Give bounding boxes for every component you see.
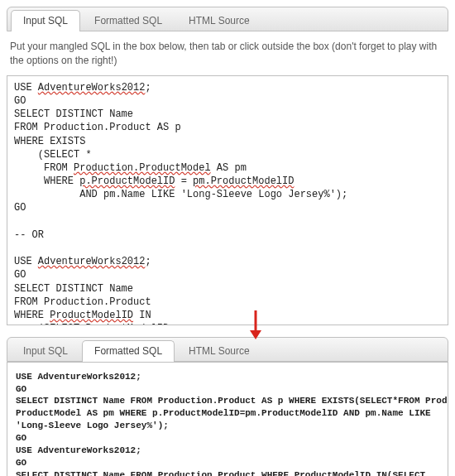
code-text: GO — [14, 269, 26, 281]
code-text: (SELECT * — [14, 149, 92, 161]
code-text: FROM — [14, 162, 74, 174]
code-text: (SELECT — [14, 323, 85, 325]
code-text: AdventureWorks2012 — [38, 256, 146, 267]
tabbar-bottom: Input SQL Formatted SQL HTML Source — [7, 337, 448, 362]
code-text: 'Long-Sleeve Logo Jersey%'); — [16, 421, 169, 430]
input-sql-panel: Input SQL Formatted SQL HTML Source Put … — [7, 7, 448, 325]
code-text: GO — [16, 433, 26, 443]
code-text: AdventureWorks2012 — [38, 82, 146, 94]
code-text: WHERE — [14, 175, 79, 187]
tab-html-source[interactable]: HTML Source — [176, 10, 262, 31]
code-text: USE AdventureWorks2012; — [16, 372, 141, 382]
tabbar-top: Input SQL Formatted SQL HTML Source — [7, 7, 448, 31]
code-text: AND pm.Name LIKE 'Long-Sleeve Logo Jerse… — [14, 189, 347, 200]
code-text: USE AdventureWorks2012; — [16, 445, 141, 455]
code-text: ; — [145, 82, 151, 94]
code-text: USE — [14, 256, 38, 267]
code-text: p.ProductModelID — [79, 175, 175, 187]
code-text: AS pm — [211, 162, 247, 174]
code-text: = — [175, 175, 193, 187]
code-text: WHERE EXISTS — [14, 136, 85, 147]
instructions-text: Put your mangled SQL in the box below, t… — [7, 31, 448, 75]
code-text: SELECT DISTINCT Name — [14, 108, 133, 120]
code-text: GO — [16, 384, 26, 394]
code-text: ProductModelID — [50, 310, 133, 321]
code-text: WHERE — [14, 310, 50, 321]
tab-input-sql[interactable]: Input SQL — [11, 340, 80, 362]
code-text: FROM Production.Product — [14, 296, 151, 308]
code-text: USE — [14, 82, 38, 94]
code-text: pm.ProductModelID — [193, 175, 294, 187]
tab-input-sql[interactable]: Input SQL — [11, 10, 80, 31]
code-text: GO — [14, 95, 26, 107]
formatted-sql-panel: Input SQL Formatted SQL HTML Source USE … — [7, 337, 448, 476]
formatted-sql-output[interactable]: USE AdventureWorks2012; GO SELECT DISTIN… — [7, 362, 448, 476]
tab-formatted-sql[interactable]: Formatted SQL — [82, 10, 175, 31]
code-text: ProductModel AS pm WHERE p.ProductModelI… — [16, 408, 431, 418]
code-text: -- OR — [14, 229, 44, 241]
code-text: FROM Production.Product AS p — [14, 122, 181, 133]
code-text: ; — [145, 256, 151, 267]
tab-formatted-sql[interactable]: Formatted SQL — [82, 340, 175, 362]
code-text: SELECT DISTINCT Name FROM Production.Pro… — [16, 470, 425, 476]
code-text: IN — [133, 310, 151, 321]
code-text: ProductModelID — [85, 323, 169, 325]
code-text: GO — [14, 202, 26, 214]
input-sql-textarea[interactable]: USE AdventureWorks2012; GO SELECT DISTIN… — [7, 75, 448, 325]
code-text: Production.ProductModel — [74, 162, 211, 174]
code-text: SELECT DISTINCT Name — [14, 283, 133, 295]
tab-html-source[interactable]: HTML Source — [176, 340, 262, 362]
code-text: GO — [16, 458, 26, 468]
code-text: SELECT DISTINCT Name FROM Production.Pro… — [16, 396, 448, 406]
